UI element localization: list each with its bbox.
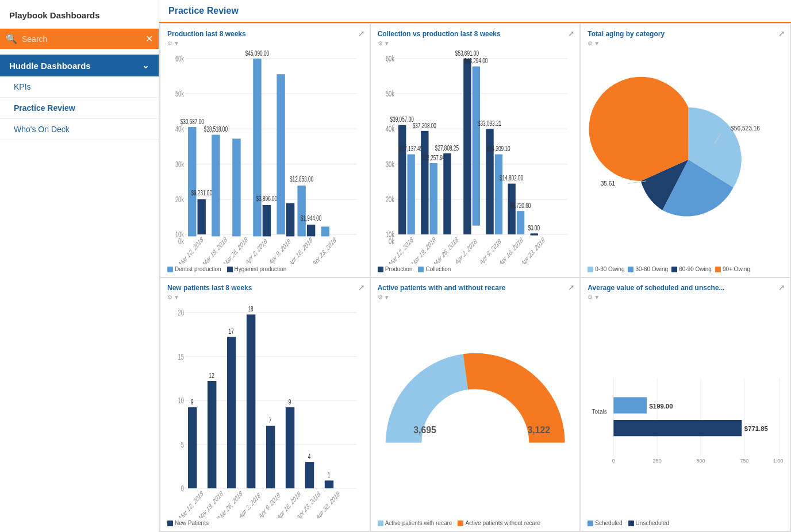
production-svg: 60k 50k 40k 30k 20k 10k 0k $30,687.00 $9… [167, 49, 363, 264]
avg-value-expand-button[interactable]: ➚ [778, 283, 785, 292]
filter-icon: ▼ [594, 294, 600, 300]
svg-text:7: 7 [269, 416, 272, 425]
svg-text:0: 0 [612, 458, 615, 464]
svg-rect-27 [307, 225, 315, 236]
new-patients-chart-options: ⚙ ▼ [167, 294, 363, 300]
svg-rect-96 [188, 407, 197, 488]
collection-chart-area: 60k 50k 40k 30k 20k 10k 0k $39,057.00 $2… [378, 49, 573, 264]
aging-30-60-color [628, 267, 633, 272]
production-legend-item: Production [378, 266, 413, 272]
svg-text:$33,093.21: $33,093.21 [478, 119, 501, 128]
avg-value-chart-panel: Average value of scheduled and unsche...… [581, 278, 790, 531]
svg-text:9: 9 [289, 398, 291, 406]
svg-text:$30,687.00: $30,687.00 [181, 117, 204, 126]
huddle-dashboards-toggle[interactable]: Huddle Dashboards ⌄ [0, 55, 159, 76]
svg-rect-135 [614, 420, 742, 436]
aging-0-30-color [588, 267, 593, 272]
aging-svg: $56,523.16 35.61 [588, 49, 783, 264]
svg-text:30k: 30k [386, 159, 394, 169]
sidebar-item-practice-review[interactable]: Practice Review [0, 98, 159, 119]
svg-text:$14,802.00: $14,802.00 [500, 174, 523, 182]
aging-legend: 0-30 Owing 30-60 Owing 60-90 Owing 90+ O… [588, 266, 783, 272]
unscheduled-legend-label: Unscheduled [636, 520, 669, 526]
new-patients-svg: 20 15 10 5 0 9 12 17 18 [167, 303, 363, 518]
aging-expand-button[interactable]: ➚ [778, 29, 785, 38]
svg-rect-108 [305, 462, 314, 488]
settings-icon: ⚙ [378, 40, 383, 47]
svg-text:$53,691.00: $53,691.00 [455, 49, 478, 57]
new-patients-chart-panel: New patients last 8 weeks ➚ ⚙ ▼ 20 15 10… [160, 278, 370, 531]
unscheduled-legend-color [628, 521, 634, 526]
svg-rect-100 [227, 337, 236, 489]
svg-text:$24,209.10: $24,209.10 [486, 144, 510, 153]
collection-svg: 60k 50k 40k 30k 20k 10k 0k $39,057.00 $2… [378, 49, 573, 264]
svg-text:Apr 16, 2018: Apr 16, 2018 [288, 236, 313, 264]
svg-rect-61 [463, 59, 471, 234]
svg-rect-104 [266, 426, 275, 488]
svg-text:$45,090.00: $45,090.00 [245, 49, 269, 57]
svg-text:Apr 16, 2018: Apr 16, 2018 [498, 236, 524, 264]
production-legend: Dentist production Hygienist production [167, 266, 363, 272]
svg-rect-110 [325, 480, 333, 488]
filter-icon: ▼ [384, 40, 390, 47]
svg-text:3,122: 3,122 [527, 425, 550, 435]
filter-icon: ▼ [174, 294, 179, 300]
svg-text:Apr 9, 2018: Apr 9, 2018 [479, 237, 502, 264]
production-chart-panel: Production last 8 weeks ➚ ⚙ ▼ 60k 50k [160, 24, 370, 277]
collection-expand-button[interactable]: ➚ [568, 29, 575, 38]
aging-60-90-label: 60-90 Owing [679, 266, 712, 272]
chevron-down-icon: ⌄ [142, 60, 149, 71]
hygienist-legend-label: Hygienist production [235, 266, 287, 272]
avg-value-chart-title: Average value of scheduled and unsche... [588, 284, 783, 292]
avg-value-legend: Scheduled Unscheduled [588, 520, 783, 526]
svg-rect-56 [429, 163, 437, 234]
recare-chart-title: Active patients with and without recare [378, 284, 573, 292]
svg-text:0k: 0k [389, 237, 394, 246]
svg-rect-55 [421, 131, 428, 234]
svg-text:$27,808.25: $27,808.25 [435, 144, 458, 152]
svg-rect-102 [247, 314, 255, 488]
svg-rect-13 [188, 127, 196, 236]
svg-rect-62 [472, 67, 479, 226]
recare-chart-area: 3,695 3,122 [378, 303, 573, 518]
svg-text:$56,523.16: $56,523.16 [731, 125, 760, 132]
production-chart-title: Production last 8 weeks [167, 30, 363, 38]
svg-text:250: 250 [653, 458, 662, 464]
svg-rect-106 [286, 407, 294, 488]
svg-text:15: 15 [178, 352, 184, 361]
svg-text:60k: 60k [175, 54, 184, 64]
collection-legend-item: Collection [418, 266, 451, 272]
svg-text:Apr 9, 2018: Apr 9, 2018 [268, 237, 291, 264]
svg-text:$22,257.94: $22,257.94 [421, 153, 445, 162]
sidebar-item-kpis[interactable]: KPIs [0, 76, 159, 98]
search-input[interactable] [22, 34, 141, 44]
scheduled-legend-item: Scheduled [588, 520, 622, 526]
production-expand-button[interactable]: ➚ [358, 29, 365, 38]
clear-search-button[interactable]: ✕ [145, 33, 153, 44]
new-patients-expand-button[interactable]: ➚ [358, 283, 365, 292]
svg-text:0k: 0k [178, 237, 184, 246]
svg-rect-26 [297, 186, 305, 236]
new-patients-chart-title: New patients last 8 weeks [167, 284, 363, 292]
filter-icon: ▼ [174, 40, 179, 47]
aging-chart-title: Total aging by category [588, 30, 783, 38]
recare-expand-button[interactable]: ➚ [568, 283, 575, 292]
settings-icon: ⚙ [167, 294, 172, 300]
svg-text:1: 1 [328, 471, 331, 479]
svg-text:$39,057.00: $39,057.00 [390, 115, 413, 124]
sidebar-item-whos-on-deck[interactable]: Who's On Deck [0, 119, 159, 140]
svg-text:500: 500 [697, 458, 705, 464]
page-title: Practice Review [159, 0, 791, 23]
aging-0-30-label: 0-30 Owing [595, 266, 624, 272]
recare-without-label: Active patients without recare [465, 520, 540, 526]
unscheduled-legend-item: Unscheduled [628, 520, 669, 526]
scheduled-legend-color [588, 521, 593, 526]
svg-text:$27,137.45: $27,137.45 [399, 144, 423, 153]
aging-30-60-label: 30-60 Owing [635, 266, 668, 272]
recare-chart-options: ⚙ ▼ [378, 294, 573, 300]
svg-text:750: 750 [740, 458, 749, 464]
svg-text:$3,896.00: $3,896.00 [256, 194, 278, 203]
svg-text:$48,294.00: $48,294.00 [464, 56, 487, 65]
collection-legend-color [418, 267, 424, 272]
svg-rect-20 [253, 59, 261, 236]
